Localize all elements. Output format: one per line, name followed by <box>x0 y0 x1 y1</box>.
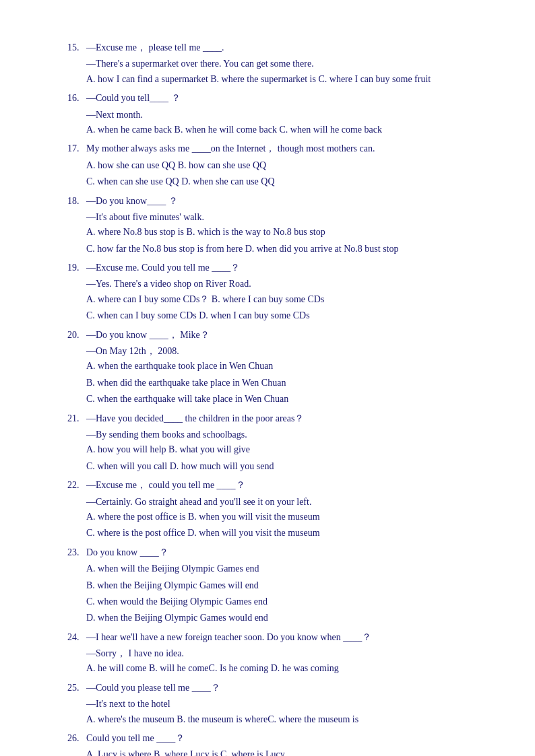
question-16-option-0: A. when he came back B. when he will com… <box>67 123 481 137</box>
question-22-first-line: 22.—Excuse me， could you tell me ____？ <box>67 478 481 493</box>
question-18-option-1: C. how far the No.8 bus stop is from her… <box>67 242 481 256</box>
question-num-26: 26. <box>67 731 86 746</box>
question-25-option-0: A. where's the museum B. the museum is w… <box>67 712 481 727</box>
question-text-24-1: —Sorry， I have no idea. <box>67 646 481 661</box>
question-text-18-0: —Do you know____ ？ <box>86 194 481 209</box>
question-19-option-0: A. where can I buy some CDs？ B. where I … <box>67 292 481 307</box>
question-text-20-1: —On May 12th， 2008. <box>67 344 481 359</box>
question-22-option-1: C. where is the post office D. when will… <box>67 526 481 541</box>
question-17-first-line: 17.My mother always asks me ____on the I… <box>67 141 481 156</box>
question-text-21-1: —By sending them books and schoolbags. <box>67 427 481 442</box>
question-num-23: 23. <box>67 545 86 560</box>
question-15-option-0: A. how I can find a supermarket B. where… <box>67 72 481 87</box>
question-text-16-1: —Next month. <box>67 108 481 123</box>
question-text-19-1: —Yes. There's a video shop on River Road… <box>67 277 481 291</box>
question-text-22-1: —Certainly. Go straight ahead and you'll… <box>67 495 481 510</box>
question-26-first-line: 26.Could you tell me ____？ <box>67 731 481 746</box>
question-23-option-2: C. when would the Beijing Olympic Games … <box>67 594 481 609</box>
question-num-25: 25. <box>67 681 86 695</box>
question-17-option-0: A. how she can use QQ B. how can she use… <box>67 158 481 173</box>
question-18: 18.—Do you know____ ？—It's about five mi… <box>67 194 481 257</box>
question-23-option-0: A. when will the Beijing Olympic Games e… <box>67 561 481 576</box>
question-text-23-0: Do you know ____？ <box>86 545 481 560</box>
question-19: 19.—Excuse me. Could you tell me ____？—Y… <box>67 261 481 324</box>
question-23-option-3: D. when the Beijing Olympic Games would … <box>67 611 481 625</box>
question-17: 17.My mother always asks me ____on the I… <box>67 141 481 189</box>
question-23-option-1: B. when the Beijing Olympic Games will e… <box>67 578 481 593</box>
question-15-first-line: 15.—Excuse me， please tell me ____. <box>67 40 481 55</box>
question-text-17-0: My mother always asks me ____on the Inte… <box>86 141 481 156</box>
question-25-first-line: 25.—Could you please tell me ____？ <box>67 681 481 695</box>
question-20-first-line: 20.—Do you know ____， Mike？ <box>67 328 481 343</box>
question-text-15-1: —There's a supermarket over there. You c… <box>67 57 481 71</box>
question-23: 23.Do you know ____？A. when will the Bei… <box>67 545 481 626</box>
question-num-24: 24. <box>67 630 86 645</box>
question-26: 26.Could you tell me ____？A. Lucy is whe… <box>67 731 481 756</box>
question-num-18: 18. <box>67 194 86 209</box>
question-num-22: 22. <box>67 478 86 493</box>
question-24-option-0: A. he will come B. will he comeC. Is he … <box>67 661 481 676</box>
question-24-first-line: 24.—I hear we'll have a new foreign teac… <box>67 630 481 645</box>
question-text-16-0: —Could you tell____ ？ <box>86 91 481 106</box>
question-text-20-0: —Do you know ____， Mike？ <box>86 328 481 343</box>
question-18-option-0: A. where No.8 bus stop is B. which is th… <box>67 225 481 240</box>
question-19-option-1: C. when can I buy some CDs D. when I can… <box>67 308 481 323</box>
question-text-25-0: —Could you please tell me ____？ <box>86 681 481 695</box>
question-18-first-line: 18.—Do you know____ ？ <box>67 194 481 209</box>
question-21-option-1: C. when will you call D. how much will y… <box>67 459 481 474</box>
question-21: 21.—Have you decided____ the children in… <box>67 411 481 475</box>
question-text-25-1: —It's next to the hotel <box>67 697 481 712</box>
question-21-first-line: 21.—Have you decided____ the children in… <box>67 411 481 426</box>
question-24: 24.—I hear we'll have a new foreign teac… <box>67 630 481 677</box>
question-num-21: 21. <box>67 411 86 426</box>
question-text-21-0: —Have you decided____ the children in th… <box>86 411 481 426</box>
question-text-22-0: —Excuse me， could you tell me ____？ <box>86 478 481 493</box>
question-16: 16.—Could you tell____ ？—Next month.A. w… <box>67 91 481 137</box>
question-20: 20.—Do you know ____， Mike？—On May 12th，… <box>67 328 481 407</box>
question-17-option-1: C. when can she use QQ D. when she can u… <box>67 174 481 189</box>
question-20-option-2: C. when the earthquake will take place i… <box>67 392 481 407</box>
question-num-20: 20. <box>67 328 86 343</box>
question-20-option-1: B. when did the earthquake take place in… <box>67 376 481 390</box>
question-26-option-0: A. Lucy is where B. where Lucy is C. whe… <box>67 747 481 756</box>
question-text-15-0: —Excuse me， please tell me ____. <box>86 40 481 55</box>
question-19-first-line: 19.—Excuse me. Could you tell me ____？ <box>67 261 481 275</box>
question-text-24-0: —I hear we'll have a new foreign teacher… <box>86 630 481 645</box>
question-text-26-0: Could you tell me ____？ <box>86 731 481 746</box>
question-22-option-0: A. where the post office is B. when you … <box>67 510 481 524</box>
question-22: 22.—Excuse me， could you tell me ____？—C… <box>67 478 481 541</box>
question-text-18-1: —It's about five minutes' walk. <box>67 210 481 225</box>
question-25: 25.—Could you please tell me ____？—It's … <box>67 681 481 727</box>
question-num-16: 16. <box>67 91 86 106</box>
question-16-first-line: 16.—Could you tell____ ？ <box>67 91 481 106</box>
question-20-option-0: A. when the earthquake took place in Wen… <box>67 359 481 374</box>
question-num-19: 19. <box>67 261 86 275</box>
question-text-19-0: —Excuse me. Could you tell me ____？ <box>86 261 481 275</box>
question-21-option-0: A. how you will help B. what you will gi… <box>67 442 481 457</box>
question-num-15: 15. <box>67 40 86 55</box>
question-15: 15.—Excuse me， please tell me ____.—Ther… <box>67 40 481 87</box>
question-num-17: 17. <box>67 141 86 156</box>
question-23-first-line: 23.Do you know ____？ <box>67 545 481 560</box>
